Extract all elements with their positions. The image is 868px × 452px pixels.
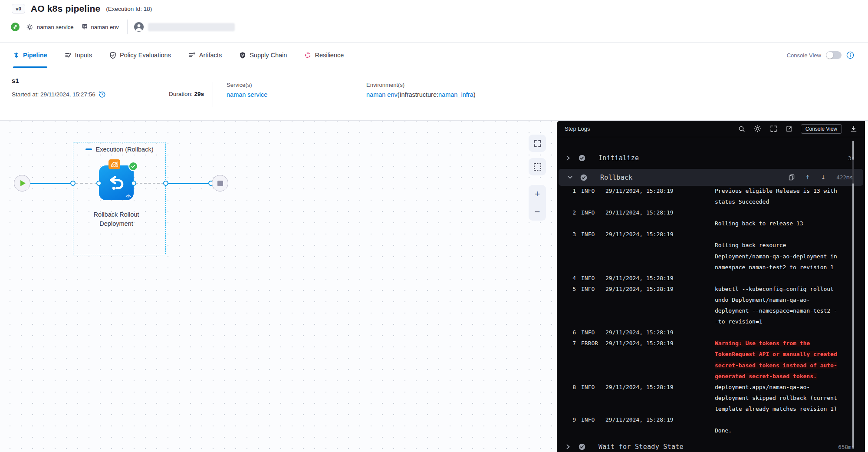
tab-inputs[interactable]: Inputs <box>65 43 92 68</box>
console-view-button[interactable]: Console View <box>801 124 842 134</box>
log-scrollbar-thumb[interactable] <box>852 159 854 184</box>
connection-point[interactable] <box>70 181 76 186</box>
services-label: Service(s) <box>227 82 267 88</box>
tab-artifacts[interactable]: Artifacts <box>188 43 222 68</box>
log-row: 8INFO29/11/2024, 15:28:19deployment.apps… <box>557 384 865 395</box>
duration: Duration: 29s <box>169 91 204 97</box>
pipeline-end-node[interactable] <box>212 175 228 191</box>
rollback-icon <box>106 173 126 193</box>
tab-pipeline[interactable]: Pipeline <box>13 43 47 68</box>
settings-gear-icon[interactable] <box>753 125 762 133</box>
log-row: 4INFO29/11/2024, 15:28:19 <box>557 275 865 286</box>
page-title: AO k8s pipeline <box>31 3 101 14</box>
external-link-icon[interactable] <box>786 125 792 132</box>
inputs-icon <box>65 52 72 59</box>
log-row: status Succeeded <box>557 198 865 209</box>
log-row: 7ERROR29/11/2024, 15:28:19Warning: Use t… <box>557 340 865 351</box>
log-row: 5INFO29/11/2024, 15:28:19kubectl --kubec… <box>557 286 865 297</box>
success-check-icon <box>128 162 138 171</box>
canvas-select-button[interactable] <box>529 158 546 175</box>
rollout-badge-icon <box>108 159 120 169</box>
service-link[interactable]: naman service <box>227 91 267 98</box>
pipeline-execution-page: v0 AO k8s pipeline (Execution Id: 18) na… <box>0 0 868 452</box>
log-row: -to-revision=1 <box>557 318 865 329</box>
log-step-rollback[interactable]: Rollback ↑ ↓ 422ms <box>559 169 863 186</box>
tab-supply-chain[interactable]: Supply Chain <box>239 43 287 68</box>
supply-chain-shield-icon <box>239 52 246 59</box>
header-divider <box>127 20 128 34</box>
log-row: 3INFO29/11/2024, 15:28:19 <box>557 231 865 242</box>
chevron-down-icon[interactable] <box>567 175 573 180</box>
log-row: 2INFO29/11/2024, 15:28:19 <box>557 209 865 220</box>
log-row: template already matches revision 1) <box>557 406 865 416</box>
connection-point[interactable] <box>163 181 168 186</box>
tab-label: Pipeline <box>23 52 47 59</box>
log-row: secret-based tokens instead of auto- <box>557 362 865 373</box>
environments-label: Environment(s) <box>366 82 475 88</box>
scroll-to-bottom-icon[interactable]: ↓ <box>821 174 825 181</box>
infrastructure-suffix: ) <box>473 91 476 98</box>
scroll-to-top-icon[interactable]: ↑ <box>806 174 810 181</box>
stop-icon <box>217 181 223 186</box>
connector-line <box>168 183 213 184</box>
chevron-right-icon[interactable] <box>566 444 572 450</box>
chevron-right-icon[interactable] <box>566 155 572 161</box>
log-step-wait-for-steady-state[interactable]: Wait for Steady State 658ms <box>557 438 865 452</box>
infrastructure-prefix: (Infrastructure: <box>398 91 438 98</box>
step-logs-panel: Step Logs Console View Initialize 3s Rol… <box>557 121 865 452</box>
code-glyph: </> <box>125 194 131 198</box>
group-label-row: Execution (Rollback) <box>73 146 166 153</box>
copy-icon[interactable] <box>789 174 795 181</box>
resilience-icon <box>304 52 311 59</box>
tab-label: Policy Evaluations <box>120 52 171 59</box>
download-icon[interactable] <box>850 125 857 132</box>
node-label: Rollback Rollout Deployment <box>73 210 160 228</box>
history-icon[interactable] <box>99 91 106 98</box>
connection-point[interactable] <box>96 181 102 186</box>
step-duration: 422ms <box>836 174 853 181</box>
tab-label: Artifacts <box>199 52 222 59</box>
execution-id: (Execution Id: 18) <box>106 6 152 12</box>
pipeline-icon <box>13 52 20 59</box>
stage-name: s1 <box>12 77 19 84</box>
group-label: Execution (Rollback) <box>96 146 154 153</box>
log-panel-title: Step Logs <box>565 125 590 132</box>
marquee-select-icon <box>534 163 541 171</box>
tab-policy-evaluations[interactable]: Policy Evaluations <box>109 43 171 68</box>
pipeline-start-node[interactable] <box>14 175 30 191</box>
step-name: Initialize <box>598 154 639 162</box>
console-view-toggle[interactable] <box>826 51 842 59</box>
zoom-in-button[interactable]: + <box>535 190 540 198</box>
console-view-label: Console View <box>787 52 821 59</box>
log-scrollbar-track[interactable] <box>852 141 854 448</box>
stage-summary-bar: s1 Started at: 29/11/2024, 15:27:56 Dura… <box>0 68 868 121</box>
info-icon[interactable] <box>846 51 854 59</box>
pipeline-link-icon <box>11 23 20 31</box>
log-row: 1INFO29/11/2024, 15:28:19Previous eligib… <box>557 188 865 198</box>
log-row: 9INFO29/11/2024, 15:28:19 <box>557 416 865 427</box>
play-icon <box>20 180 26 186</box>
log-row: Done. <box>557 427 865 438</box>
tab-label: Inputs <box>75 52 92 59</box>
expand-fullscreen-icon[interactable] <box>770 125 777 132</box>
log-row: deployment skipped rollback (current <box>557 395 865 406</box>
infrastructure-link[interactable]: naman_infra <box>438 91 473 98</box>
search-icon[interactable] <box>738 125 745 132</box>
header-environment-name[interactable]: naman env <box>91 24 119 30</box>
log-panel-header: Step Logs Console View <box>557 121 865 137</box>
zoom-out-button[interactable]: − <box>535 208 540 216</box>
environment-link[interactable]: naman env <box>366 91 398 98</box>
connection-point[interactable] <box>131 181 136 186</box>
canvas-fullscreen-button[interactable] <box>529 135 546 152</box>
tab-resilience[interactable]: Resilience <box>304 43 344 68</box>
stage-divider <box>213 82 213 107</box>
rollback-step-node[interactable]: </> <box>99 165 134 200</box>
collapse-group-button[interactable] <box>85 148 92 150</box>
pipeline-canvas[interactable]: Execution (Rollback) </> Rollbac <box>0 121 557 452</box>
log-row: namespace naman-test2 to revision 1 <box>557 264 865 275</box>
log-step-initialize[interactable]: Initialize 3s <box>557 149 865 167</box>
environment-icon <box>81 23 88 30</box>
artifacts-icon <box>188 52 196 59</box>
header-service-name[interactable]: naman service <box>37 24 74 30</box>
log-row: Rolling back resource <box>557 242 865 253</box>
